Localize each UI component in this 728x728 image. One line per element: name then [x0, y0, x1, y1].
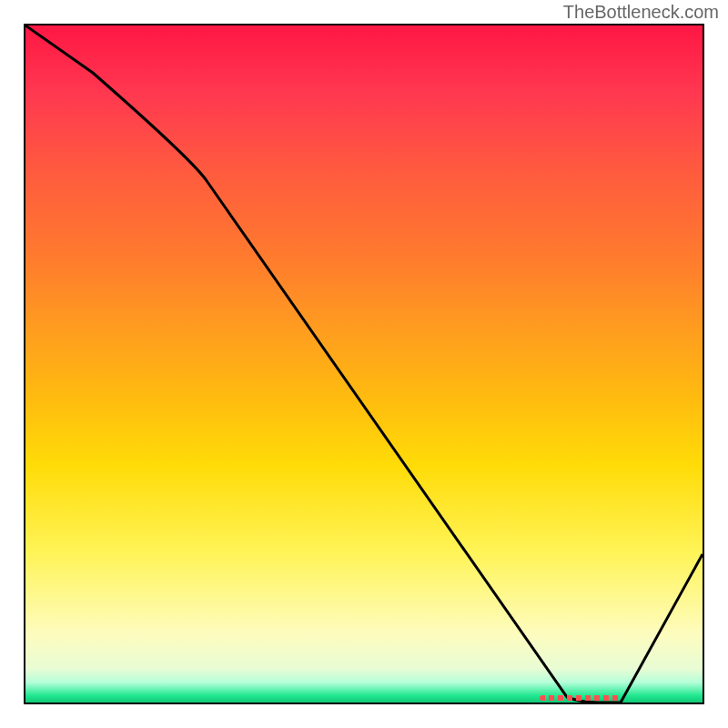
watermark-text: TheBottleneck.com	[563, 2, 719, 23]
optimal-range-marker	[540, 695, 622, 701]
bottleneck-curve-path	[25, 25, 703, 703]
chart-plot-area	[24, 24, 704, 704]
curve-svg	[25, 25, 703, 703]
